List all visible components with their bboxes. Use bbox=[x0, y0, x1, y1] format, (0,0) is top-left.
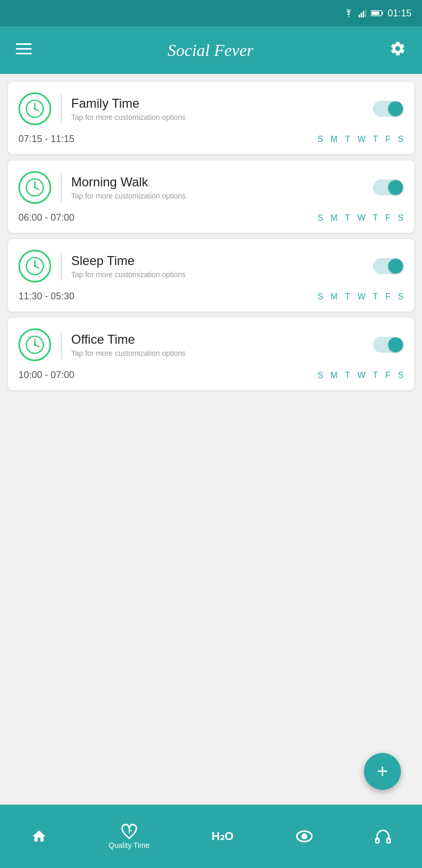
card-morning-walk[interactable]: Morning Walk Tap for more customization … bbox=[8, 161, 414, 233]
days-row: SMTWTFS bbox=[318, 135, 404, 144]
card-title: Sleep Time bbox=[71, 253, 373, 268]
card-bottom: 11:30 - 05:30 SMTWTFS bbox=[18, 291, 404, 302]
toggle-switch[interactable] bbox=[373, 180, 404, 195]
card-top: Sleep Time Tap for more customization op… bbox=[18, 250, 404, 282]
card-family-time[interactable]: Family Time Tap for more customization o… bbox=[8, 82, 414, 154]
eye-icon bbox=[295, 830, 313, 843]
clock-icon bbox=[18, 250, 51, 282]
card-bottom: 06:00 - 07:00 SMTWTFS bbox=[18, 212, 404, 223]
day-5[interactable]: F bbox=[386, 213, 391, 223]
svg-rect-3 bbox=[365, 10, 367, 17]
nav-quality-time[interactable]: Quality Time bbox=[109, 823, 150, 850]
day-3[interactable]: W bbox=[358, 135, 366, 144]
card-sleep-time[interactable]: Sleep Time Tap for more customization op… bbox=[8, 239, 414, 312]
day-6[interactable]: S bbox=[398, 135, 404, 144]
header: Social Fever bbox=[0, 26, 422, 74]
heart-outline-icon bbox=[120, 823, 138, 839]
status-time: 01:15 bbox=[388, 8, 411, 19]
card-bottom: 10:00 - 07:00 SMTWTFS bbox=[18, 370, 404, 381]
day-4[interactable]: T bbox=[373, 292, 378, 301]
day-2[interactable]: T bbox=[345, 213, 350, 223]
nav-eye[interactable] bbox=[295, 830, 313, 843]
bottom-nav: Quality Time H₂O bbox=[0, 805, 422, 868]
day-1[interactable]: M bbox=[331, 371, 338, 380]
day-1[interactable]: M bbox=[331, 135, 338, 144]
day-2[interactable]: T bbox=[345, 135, 350, 144]
day-5[interactable]: F bbox=[386, 135, 391, 144]
settings-icon[interactable] bbox=[389, 40, 406, 61]
signal-icon bbox=[358, 9, 367, 17]
svg-rect-9 bbox=[16, 53, 32, 54]
svg-point-30 bbox=[302, 834, 307, 839]
day-2[interactable]: T bbox=[345, 292, 350, 301]
days-row: SMTWTFS bbox=[318, 371, 404, 380]
day-0[interactable]: S bbox=[318, 371, 323, 380]
status-icons: 01:15 bbox=[343, 8, 411, 19]
day-3[interactable]: W bbox=[358, 213, 366, 223]
day-0[interactable]: S bbox=[318, 213, 323, 223]
day-3[interactable]: W bbox=[358, 292, 366, 301]
day-6[interactable]: S bbox=[398, 292, 404, 301]
card-time-range: 11:30 - 05:30 bbox=[18, 291, 74, 302]
day-0[interactable]: S bbox=[318, 135, 323, 144]
day-4[interactable]: T bbox=[373, 213, 378, 223]
card-time-range: 10:00 - 07:00 bbox=[18, 370, 74, 381]
svg-rect-5 bbox=[382, 12, 383, 15]
status-bar: 01:15 bbox=[0, 0, 422, 26]
h2o-icon: H₂O bbox=[212, 829, 234, 843]
card-top: Morning Walk Tap for more customization … bbox=[18, 171, 404, 204]
card-time-range: 07:15 - 11:15 bbox=[18, 134, 74, 145]
nav-home[interactable] bbox=[31, 828, 47, 844]
toggle-switch[interactable] bbox=[373, 101, 404, 117]
card-bottom: 07:15 - 11:15 SMTWTFS bbox=[18, 134, 404, 145]
days-row: SMTWTFS bbox=[318, 213, 404, 223]
toggle-knob bbox=[388, 259, 403, 273]
day-3[interactable]: W bbox=[358, 371, 366, 380]
day-6[interactable]: S bbox=[398, 371, 404, 380]
svg-rect-7 bbox=[16, 43, 32, 45]
nav-headphone[interactable] bbox=[375, 828, 391, 844]
card-title: Family Time bbox=[71, 96, 373, 111]
main-content: Family Time Tap for more customization o… bbox=[0, 74, 422, 805]
svg-rect-1 bbox=[361, 13, 362, 17]
nav-water[interactable]: H₂O bbox=[212, 829, 234, 843]
card-divider bbox=[61, 252, 62, 281]
card-subtitle: Tap for more customization options bbox=[71, 113, 373, 121]
plus-icon: + bbox=[377, 762, 388, 781]
day-1[interactable]: M bbox=[331, 292, 338, 301]
svg-rect-2 bbox=[363, 11, 365, 17]
card-subtitle: Tap for more customization options bbox=[71, 349, 373, 357]
card-info: Morning Walk Tap for more customization … bbox=[71, 175, 373, 200]
day-1[interactable]: M bbox=[331, 213, 338, 223]
toggle-knob bbox=[388, 337, 403, 352]
toggle-switch[interactable] bbox=[373, 337, 404, 353]
day-6[interactable]: S bbox=[398, 213, 404, 223]
home-icon bbox=[31, 828, 47, 844]
card-top: Office Time Tap for more customization o… bbox=[18, 328, 404, 361]
app-title: Social Fever bbox=[168, 41, 254, 60]
day-4[interactable]: T bbox=[373, 135, 378, 144]
svg-point-25 bbox=[34, 344, 36, 346]
day-0[interactable]: S bbox=[318, 292, 323, 301]
toggle-switch[interactable] bbox=[373, 258, 404, 274]
day-5[interactable]: F bbox=[386, 371, 391, 380]
card-divider bbox=[61, 95, 62, 124]
add-button[interactable]: + bbox=[364, 753, 401, 790]
menu-icon[interactable] bbox=[16, 42, 32, 59]
card-subtitle: Tap for more customization options bbox=[71, 270, 373, 279]
card-office-time[interactable]: Office Time Tap for more customization o… bbox=[8, 318, 414, 390]
day-4[interactable]: T bbox=[373, 371, 378, 380]
svg-point-17 bbox=[34, 186, 36, 188]
card-top: Family Time Tap for more customization o… bbox=[18, 92, 404, 125]
quality-time-label: Quality Time bbox=[109, 841, 150, 850]
clock-icon bbox=[18, 92, 51, 125]
day-2[interactable]: T bbox=[345, 371, 350, 380]
card-title: Office Time bbox=[71, 332, 373, 347]
day-5[interactable]: F bbox=[386, 292, 391, 301]
toggle-knob bbox=[388, 101, 403, 116]
card-time-range: 06:00 - 07:00 bbox=[18, 212, 74, 223]
card-subtitle: Tap for more customization options bbox=[71, 192, 373, 200]
wifi-icon bbox=[343, 9, 354, 17]
svg-rect-6 bbox=[372, 12, 379, 15]
card-title: Morning Walk bbox=[71, 175, 373, 190]
